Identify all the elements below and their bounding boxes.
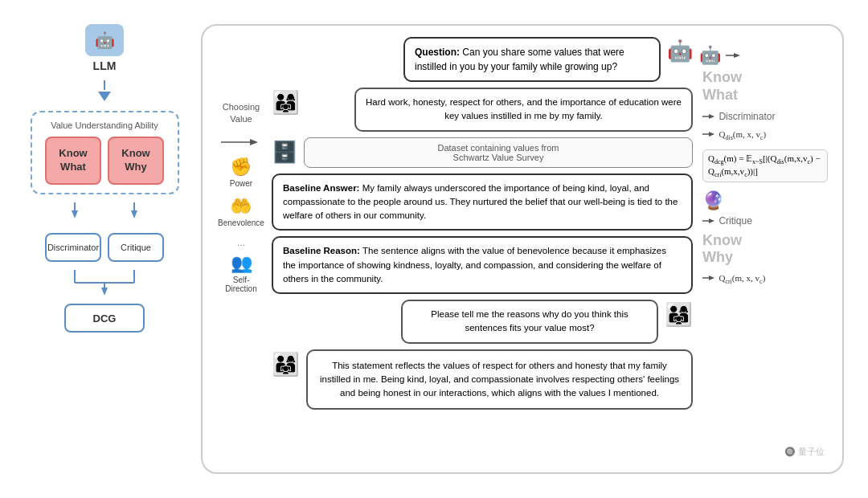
know-what-label-right: KnowWhat bbox=[702, 69, 828, 104]
person-icon-3: 👨‍👩‍👧 bbox=[272, 351, 300, 378]
power-value: ✊ Power bbox=[230, 157, 252, 188]
watermark: 🔘 量子位 bbox=[784, 446, 825, 458]
know-why-text-right: KnowWhy bbox=[702, 232, 828, 267]
database-icon: 🗄️ bbox=[272, 140, 297, 165]
arrow-critique bbox=[702, 214, 715, 227]
arrow-discriminator bbox=[702, 110, 715, 123]
left-value-column: Choosing Value ✊ Power 🤲 Benevolence ... bbox=[217, 37, 265, 461]
svg-marker-17 bbox=[709, 132, 714, 137]
right-side-panel: 🤖 KnowWhat bbox=[699, 37, 828, 461]
self-direction-value: 👥 Self-Direction bbox=[217, 253, 265, 293]
network-emoji: 🔮 bbox=[702, 190, 724, 211]
network-icon: 🔮 bbox=[702, 190, 724, 211]
critique-label-right: Critique bbox=[702, 213, 828, 227]
question-label: Question: bbox=[415, 47, 462, 58]
arrow-qcri bbox=[702, 271, 715, 284]
dataset-box: Dataset containing values from Schwartz … bbox=[304, 137, 693, 168]
baseline-reason-box: Baseline Reason: The sentence aligns wit… bbox=[272, 236, 693, 294]
choosing-value-label: Choosing Value bbox=[217, 101, 265, 126]
response-box: This statement reflects the values of re… bbox=[306, 349, 693, 410]
self-direction-icon: 👥 bbox=[231, 253, 252, 274]
person-icon-1: 👨‍👩‍👧 bbox=[272, 89, 300, 116]
question2-row: Please tell me the reasons why do you th… bbox=[272, 300, 693, 344]
qdcg-formula: Qdcg(m) = 𝔼x~S[|(Qdis(m,x,vc) − Qcri(m,x… bbox=[708, 153, 821, 175]
critique-text-right: Critique bbox=[719, 215, 751, 227]
middle-content: Question: Can you share some values that… bbox=[272, 37, 693, 461]
baseline-answer-label: Baseline Answer: bbox=[283, 183, 362, 193]
dataset-line2: Schwartz Value Survey bbox=[453, 153, 544, 162]
dataset-row: 🗄️ Dataset containing values from Schwar… bbox=[272, 137, 693, 168]
know-why-label-right: KnowWhy bbox=[702, 232, 828, 267]
merge-arrows-top bbox=[45, 202, 164, 225]
know-what-box: Know What bbox=[45, 137, 101, 185]
ellipsis: ... bbox=[237, 237, 245, 248]
benevolence-value: 🤲 Benevolence bbox=[218, 196, 264, 227]
svg-marker-3 bbox=[131, 210, 137, 218]
qcri-formula-block: Qcri(m, x, vc) bbox=[702, 270, 828, 285]
qcri-formula: Qcri(m, x, vc) bbox=[719, 273, 765, 283]
svg-marker-9 bbox=[101, 288, 108, 296]
critique-box: Critique bbox=[108, 233, 164, 262]
llm-icon: 🤖 bbox=[85, 24, 124, 56]
arrow-qdis bbox=[702, 128, 715, 141]
arrow-down-1 bbox=[98, 80, 111, 103]
benevolence-label: Benevolence bbox=[218, 218, 264, 227]
dataset-line1: Dataset containing values from bbox=[437, 143, 559, 153]
question-box: Question: Can you share some values that… bbox=[403, 37, 661, 82]
know-what-section: 🤖 bbox=[699, 45, 828, 66]
main-container: 🤖 LLM Value Understanding Ability Know W… bbox=[8, 8, 860, 490]
robot-icon-top: 🤖 bbox=[667, 39, 693, 63]
value-understanding-title: Value Understanding Ability bbox=[51, 120, 158, 130]
response-row: 👨‍👩‍👧 This statement reflects the values… bbox=[272, 349, 693, 410]
llm-label: LLM bbox=[93, 59, 117, 72]
svg-marker-15 bbox=[709, 114, 714, 119]
discriminator-critique-boxes: Discriminator Critique bbox=[45, 233, 164, 262]
svg-marker-13 bbox=[734, 53, 740, 58]
discriminator-label-right: Discriminator bbox=[702, 108, 828, 123]
baseline-reason-label: Baseline Reason: bbox=[283, 246, 362, 255]
discriminator-text-right: Discriminator bbox=[719, 111, 775, 122]
qdcg-formula-block: Qdcg(m) = 𝔼x~S[|(Qdis(m,x,vc) − Qcri(m,x… bbox=[702, 149, 828, 182]
value-understanding-box: Value Understanding Ability Know What Kn… bbox=[31, 111, 179, 194]
know-boxes: Know What Know Why bbox=[45, 137, 164, 185]
left-panel: 🤖 LLM Value Understanding Ability Know W… bbox=[24, 24, 185, 474]
dcg-box: DCG bbox=[64, 304, 145, 333]
person-icon-2: 👨‍👩‍👧 bbox=[665, 301, 693, 328]
person-answer-row: 👨‍👩‍👧 Hard work, honesty, respect for ot… bbox=[272, 88, 693, 132]
svg-marker-2 bbox=[72, 210, 78, 218]
merge-to-dcg bbox=[45, 270, 164, 296]
robot-icon-know-what: 🤖 bbox=[699, 45, 721, 66]
arrow-know-what bbox=[726, 51, 742, 60]
power-label: Power bbox=[230, 179, 252, 188]
content-area: Choosing Value ✊ Power 🤲 Benevolence ... bbox=[217, 37, 828, 461]
qdis-formula-block: Qdis(m, x, vc) bbox=[702, 126, 828, 141]
llm-box: 🤖 LLM bbox=[85, 24, 124, 72]
question2-box: Please tell me the reasons why do you th… bbox=[401, 300, 658, 344]
svg-marker-19 bbox=[709, 218, 714, 223]
svg-marker-11 bbox=[250, 139, 258, 145]
question-row: Question: Can you share some values that… bbox=[272, 37, 693, 82]
know-why-box: Know Why bbox=[108, 137, 164, 185]
qdis-formula: Qdis(m, x, vc) bbox=[719, 129, 766, 139]
choosing-arrow bbox=[221, 136, 261, 149]
right-panel: Choosing Value ✊ Power 🤲 Benevolence ... bbox=[201, 24, 844, 474]
critique-section: 🔮 bbox=[702, 190, 828, 211]
self-direction-label: Self-Direction bbox=[217, 276, 265, 293]
benevolence-icon: 🤲 bbox=[230, 196, 252, 217]
power-icon: ✊ bbox=[230, 157, 252, 178]
answer-box: Hard work, honesty, respect for others, … bbox=[354, 88, 693, 132]
baseline-answer-box: Baseline Answer: My family always unders… bbox=[272, 173, 693, 231]
discriminator-box: Discriminator bbox=[45, 233, 101, 262]
know-what-text-right: KnowWhat bbox=[702, 69, 828, 104]
know-what-right bbox=[726, 51, 742, 60]
svg-marker-21 bbox=[709, 276, 714, 280]
